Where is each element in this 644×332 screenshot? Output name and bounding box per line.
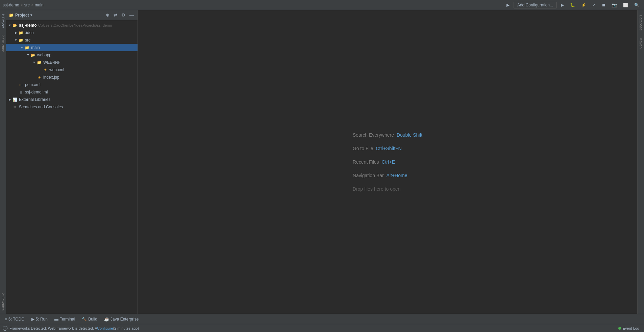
- hint-nav-bar: Navigation Bar Alt+Home: [353, 173, 422, 178]
- camera-button[interactable]: 📷: [610, 2, 619, 8]
- tree-item-src[interactable]: ▼ 📁 src: [6, 36, 138, 44]
- arrow-webinf: ▼: [32, 61, 36, 64]
- label-indexjsp: index.jsp: [43, 75, 59, 80]
- tree-item-indexjsp[interactable]: ▶ ◈ index.jsp: [6, 74, 138, 81]
- titlebar: ssj-demo > src > main ▶ Add Configuratio…: [0, 0, 644, 10]
- dropdown-arrow-icon[interactable]: ▾: [30, 13, 32, 17]
- configure-link[interactable]: Configure: [97, 326, 113, 330]
- label-idea: .idea: [25, 30, 34, 35]
- run-button[interactable]: ▶: [559, 2, 566, 8]
- tree-item-webapp[interactable]: ▼ 📂 webapp: [6, 51, 138, 59]
- run-tool-button[interactable]: ▶ 5: Run: [29, 316, 50, 322]
- tree-item-main[interactable]: ▼ 📁 main: [6, 44, 138, 51]
- arrow-src: ▼: [14, 38, 18, 42]
- project-folder-icon: 📁: [9, 13, 14, 18]
- todo-icon: ≡: [5, 317, 7, 322]
- folder-icon-idea: 📁: [18, 30, 24, 35]
- hint-shortcut-search: Double Shift: [397, 132, 422, 138]
- sync-icon[interactable]: ⊕: [105, 12, 110, 18]
- event-log-button[interactable]: Event Log: [616, 326, 641, 331]
- label-iml: ssj-demo.iml: [25, 90, 48, 94]
- collapse-all-icon[interactable]: ⇄: [113, 12, 118, 18]
- java-enterprise-icon: ☕: [104, 317, 109, 322]
- icon-scratches: ✏: [12, 104, 18, 110]
- right-tab-maven[interactable]: Maven: [638, 34, 644, 52]
- icon-ext-libs: 📊: [12, 97, 18, 102]
- hint-label-navbar: Navigation Bar: [353, 173, 384, 178]
- layout-button[interactable]: ⬜: [621, 2, 630, 8]
- bottom-toolbar: ≡ 6: TODO ▶ 5: Run ▬ Terminal 🔨 Build ☕ …: [0, 314, 644, 324]
- todo-label: 6: TODO: [8, 317, 25, 322]
- file-icon-iml: ⊞: [18, 89, 24, 95]
- tree-item-scratches[interactable]: ▶ ✏ Scratches and Consoles: [6, 103, 138, 111]
- file-icon-indexjsp: ◈: [36, 75, 42, 80]
- hint-drop-files: Drop files here to open: [353, 186, 422, 192]
- main-area: 1: Project 2: Structure 2: Favorites 📁 P…: [0, 10, 644, 314]
- tree-item-webxml[interactable]: ▶ ✦ web.xml: [6, 66, 138, 74]
- left-sidebar-strip: 1: Project 2: Structure 2: Favorites: [0, 10, 6, 314]
- breadcrumb-sep-1: >: [21, 3, 23, 7]
- arrow-idea: ▶: [14, 31, 18, 34]
- arrow-ext-libs: ▶: [7, 98, 12, 101]
- label-ssj-demo: ssj-demo: [19, 23, 37, 28]
- todo-button[interactable]: ≡ 6: TODO: [2, 316, 27, 322]
- status-bar: i Frameworks Detected: Web framework is …: [0, 324, 644, 332]
- left-tab-favorites[interactable]: 2: Favorites: [0, 289, 5, 314]
- editor-area: Search Everywhere Double Shift Go to Fil…: [138, 10, 637, 314]
- status-time: (2 minutes ago): [113, 326, 139, 330]
- project-panel-title: 📁 Project ▾: [9, 13, 32, 18]
- build-button[interactable]: 🔨 Build: [79, 316, 100, 322]
- status-info-icon: i: [3, 326, 7, 331]
- file-icon-pomxml: m: [18, 82, 24, 87]
- tree-item-idea[interactable]: ▶ 📁 .idea: [6, 29, 138, 36]
- label-scratches: Scratches and Consoles: [19, 105, 63, 109]
- arrow-webapp: ▼: [26, 53, 30, 57]
- hint-recent-files: Recent Files Ctrl+E: [353, 159, 422, 165]
- stop-button[interactable]: ⏹: [600, 2, 608, 8]
- left-tab-project[interactable]: 1: Project: [0, 10, 5, 31]
- welcome-hints: Search Everywhere Double Shift Go to Fil…: [353, 132, 422, 192]
- tree-item-ssj-demo[interactable]: ▼ 📂 ssj-demo C:\Users\CaoChenLei\IdeaPro…: [6, 22, 138, 29]
- tree-item-pomxml[interactable]: ▶ m pom.xml: [6, 81, 138, 88]
- label-webxml: web.xml: [49, 67, 64, 72]
- hint-shortcut-navbar: Alt+Home: [387, 173, 407, 178]
- tree-item-webinf[interactable]: ▼ 📁 WEB-INF: [6, 59, 138, 66]
- label-src: src: [25, 38, 30, 43]
- hint-search-everywhere: Search Everywhere Double Shift: [353, 132, 422, 138]
- java-enterprise-button[interactable]: ☕ Java Enterprise: [101, 316, 141, 322]
- left-tab-structure[interactable]: 2: Structure: [0, 31, 5, 55]
- run-debug-green-button[interactable]: ▶: [504, 2, 512, 8]
- arrow-ssj-demo: ▼: [7, 24, 12, 27]
- spacer-webxml: ▶: [38, 68, 43, 72]
- search-everywhere-button[interactable]: 🔍: [632, 2, 641, 8]
- event-log-label: Event Log: [622, 326, 639, 330]
- breadcrumb-part-1[interactable]: ssj-demo: [3, 3, 19, 7]
- file-icon-webxml: ✦: [43, 67, 48, 73]
- right-tab-database[interactable]: Database: [638, 11, 644, 34]
- hint-label-search: Search Everywhere: [353, 132, 394, 138]
- add-configuration-button[interactable]: Add Configuration...: [514, 2, 557, 8]
- profile-button[interactable]: ↗: [590, 2, 598, 8]
- label-pomxml: pom.xml: [25, 82, 40, 87]
- breadcrumb-sep-2: >: [31, 3, 33, 7]
- hint-shortcut-recent: Ctrl+E: [382, 159, 395, 165]
- tree-item-iml[interactable]: ▶ ⊞ ssj-demo.iml: [6, 88, 138, 96]
- label-main: main: [31, 45, 40, 50]
- debug-button[interactable]: 🐛: [568, 2, 577, 8]
- hide-panel-icon[interactable]: —: [128, 12, 135, 18]
- coverage-button[interactable]: ⚡: [579, 2, 588, 8]
- terminal-label: Terminal: [60, 317, 75, 322]
- right-sidebar-strip: Database Maven: [637, 10, 644, 314]
- hint-goto-file: Go to File Ctrl+Shift+N: [353, 146, 422, 151]
- folder-icon-webinf: 📁: [36, 60, 42, 65]
- tree-item-ext-libs[interactable]: ▶ 📊 External Libraries: [6, 96, 138, 103]
- breadcrumb-part-3[interactable]: main: [35, 3, 44, 7]
- spacer-indexjsp: ▶: [32, 76, 36, 79]
- java-enterprise-label: Java Enterprise: [110, 317, 139, 322]
- breadcrumb-part-2[interactable]: src: [24, 3, 30, 7]
- event-log-dot: [618, 327, 621, 330]
- project-panel-header: 📁 Project ▾ ⊕ ⇄ ⚙ —: [6, 10, 138, 20]
- settings-icon[interactable]: ⚙: [120, 12, 126, 18]
- arrow-main: ▼: [20, 46, 24, 49]
- terminal-button[interactable]: ▬ Terminal: [52, 316, 78, 322]
